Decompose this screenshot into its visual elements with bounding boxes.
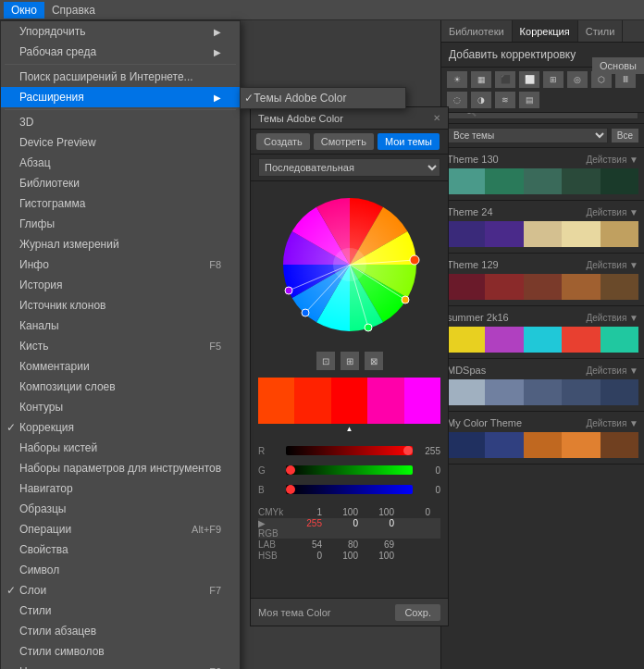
menu-item-svoystva[interactable]: Свойства	[1, 539, 240, 560]
menu-item-stili[interactable]: Стили	[1, 601, 240, 621]
menu-item-uporyadochit[interactable]: Упорядочить ▶	[1, 21, 240, 42]
filter-all-btn[interactable]: Все	[612, 129, 638, 142]
b-value: 0	[413, 485, 440, 495]
tab-biblioteki[interactable]: Библиотеки	[441, 20, 513, 42]
corr-icon-hsl[interactable]: ◎	[567, 71, 588, 88]
color-wheel[interactable]	[276, 191, 424, 339]
menu-item-istochnik-klonov[interactable]: Источник клонов	[1, 295, 240, 316]
menu-item-biblioteki[interactable]: Библиотеки	[1, 173, 240, 193]
corr-icon-invert[interactable]: ◑	[471, 92, 491, 108]
menu-item-poisk-rasshireniy[interactable]: Поиск расширений в Интернете...	[1, 67, 240, 87]
theme-colors-1[interactable]	[447, 221, 638, 247]
corr-icon-posterize[interactable]: ≋	[495, 92, 515, 108]
osnovy-button[interactable]: Основы	[592, 57, 644, 74]
menu-item-sloi[interactable]: Слои F7	[1, 580, 240, 601]
theme-color-4-3	[562, 379, 600, 405]
menu-item-nabory-parametrov[interactable]: Наборы параметров для инструментов	[1, 458, 240, 478]
view-tab-btn[interactable]: Смотреть	[314, 133, 374, 150]
tab-stili[interactable]: Стили	[578, 20, 624, 42]
menu-item-zhurnal[interactable]: Журнал измерений	[1, 234, 240, 254]
menu-item-kanaly[interactable]: Каналы	[1, 316, 240, 336]
swatch-1[interactable]	[294, 378, 330, 424]
theme-color-2-4	[601, 274, 638, 300]
swatch-0[interactable]	[258, 378, 294, 424]
menu-item-device-preview[interactable]: Device Preview	[1, 132, 240, 153]
menu-item-rasshireniya[interactable]: Расширения ▶ Темы Adobe Color	[1, 87, 240, 107]
menu-item-info[interactable]: Инфо F8	[1, 254, 240, 275]
g-slider-track[interactable]	[286, 465, 413, 475]
theme-name-5: My Color Theme	[447, 417, 522, 428]
menu-item-gistogramma[interactable]: Гистограмма	[1, 193, 240, 214]
hsb-label: HSB	[258, 551, 286, 561]
corr-icon-threshold[interactable]: ▤	[519, 92, 539, 108]
theme-color-0-2	[524, 168, 562, 194]
theme-action-3[interactable]: Действия ▼	[587, 313, 639, 323]
ctrl-icon-3[interactable]: ⊠	[365, 352, 383, 370]
tab-korrekciya[interactable]: Коррекция	[513, 20, 578, 42]
theme-colors-2[interactable]	[447, 274, 638, 300]
r-slider-track[interactable]	[286, 446, 413, 455]
swatch-2[interactable]	[331, 378, 367, 424]
submenu-adobe-color-themes[interactable]: Темы Adobe Color	[241, 88, 405, 108]
menu-item-kontury[interactable]: Контуры	[1, 397, 240, 417]
filter-row: Все темы Все	[441, 124, 644, 148]
mode-select-row: Последовательная	[251, 155, 448, 181]
menu-item-gliphy[interactable]: Глифы	[1, 214, 240, 234]
svg-point-7	[410, 255, 419, 265]
g-slider-row: G 0	[258, 462, 440, 478]
swatch-3[interactable]	[367, 378, 403, 424]
theme-color-5-3	[562, 432, 600, 458]
menu-item-cvet[interactable]: Цвет F6	[1, 662, 240, 669]
arrow-icon: ▶	[214, 47, 221, 57]
menu-item-navigator[interactable]: Навигатор	[1, 478, 240, 499]
menu-item-nabory-kistey[interactable]: Наборы кистей	[1, 438, 240, 458]
corr-icon-curves[interactable]: ▦	[471, 71, 491, 88]
theme-label-row-3: summer 2k16 Действия ▼	[447, 312, 638, 323]
menu-item-istoriya[interactable]: История	[1, 275, 240, 295]
filter-select[interactable]: Все темы	[447, 128, 608, 143]
menu-okno[interactable]: Окно	[4, 2, 44, 19]
menu-item-stili-abzacev[interactable]: Стили абзацев	[1, 621, 240, 641]
b-slider-thumb[interactable]	[286, 485, 295, 494]
b-slider-track[interactable]	[286, 485, 413, 494]
theme-colors-5[interactable]	[447, 432, 638, 458]
r-value: 255	[413, 446, 440, 456]
theme-colors-3[interactable]	[447, 327, 638, 353]
theme-action-4[interactable]: Действия ▼	[587, 365, 639, 376]
menu-item-abzac[interactable]: Абзац	[1, 153, 240, 173]
theme-colors-4[interactable]	[447, 379, 638, 405]
menu-item-3d[interactable]: 3D	[1, 112, 240, 132]
menu-item-operacii[interactable]: Операции Alt+F9	[1, 519, 240, 539]
theme-action-5[interactable]: Действия ▼	[587, 418, 639, 428]
menu-item-kommentarii[interactable]: Комментарии	[1, 356, 240, 377]
corr-icon-exposure[interactable]: ⬜	[519, 71, 539, 88]
menu-item-stili-simvolov[interactable]: Стили символов	[1, 641, 240, 662]
save-button[interactable]: Сохр.	[395, 604, 440, 621]
corr-icon-levels[interactable]: ⬛	[495, 71, 515, 88]
menu-item-kompozicii[interactable]: Композиции слоев	[1, 377, 240, 397]
theme-action-2[interactable]: Действия ▼	[587, 260, 639, 270]
ctrl-icon-2[interactable]: ⊞	[341, 352, 359, 370]
theme-action-0[interactable]: Действия ▼	[587, 155, 639, 165]
menu-item-kist[interactable]: Кисть F5	[1, 336, 240, 356]
ctrl-icon-1[interactable]: ⊡	[316, 352, 335, 370]
g-slider-thumb[interactable]	[286, 465, 295, 475]
menu-item-korrekciya[interactable]: Коррекция	[1, 417, 240, 438]
menu-item-simvol[interactable]: Символ	[1, 560, 240, 580]
r-slider-thumb[interactable]	[403, 446, 413, 455]
swatch-4[interactable]	[404, 378, 440, 424]
corr-icon-brightness[interactable]: ☀	[447, 71, 467, 88]
color-panel-footer: Моя тема Color Сохр.	[251, 598, 448, 626]
menu-item-rabochaya-sreda[interactable]: Рабочая среда ▶	[1, 42, 240, 62]
theme-action-1[interactable]: Действия ▼	[587, 207, 639, 217]
mythemes-tab-btn[interactable]: Мои темы	[378, 133, 440, 150]
create-tab-btn[interactable]: Создать	[256, 133, 310, 150]
corr-icon-mixer[interactable]: ◌	[447, 92, 467, 108]
corr-icon-vibrance[interactable]: ⊞	[543, 71, 564, 88]
theme-colors-0[interactable]	[447, 168, 638, 194]
rgb-r: 255	[290, 518, 322, 539]
menu-spravka[interactable]: Справка	[44, 2, 103, 19]
mode-select[interactable]: Последовательная	[258, 158, 440, 177]
theme-label-row-2: Theme 129 Действия ▼	[447, 259, 638, 270]
menu-item-obrazcy[interactable]: Образцы	[1, 499, 240, 519]
